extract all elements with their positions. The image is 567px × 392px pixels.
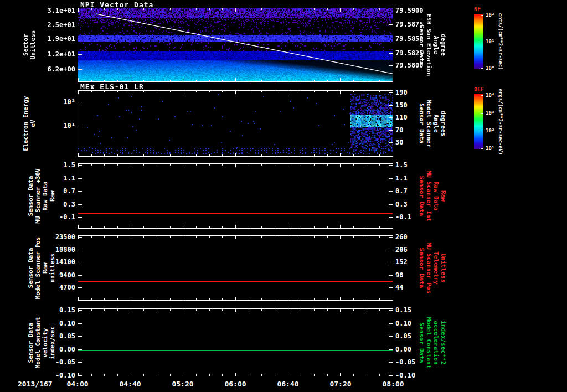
x-tick-mark xyxy=(131,236,131,239)
x-tick-mark xyxy=(222,8,223,10)
x-tick-mark xyxy=(183,309,183,312)
x-tick-mark xyxy=(104,309,105,311)
y-tick-mark xyxy=(389,287,393,288)
x-tick-mark xyxy=(143,154,144,156)
x-tick-mark xyxy=(104,91,105,92)
y-tick-label: -0.05 xyxy=(395,358,415,366)
x-tick-mark xyxy=(353,8,354,10)
x-tick-mark xyxy=(301,8,301,10)
y-tick-mark xyxy=(78,310,82,311)
x-tick-mark xyxy=(143,91,144,92)
x-tick-mark xyxy=(327,164,328,166)
y-tick-mark xyxy=(389,130,393,131)
x-tick-mark xyxy=(340,164,341,167)
x-tick-mark xyxy=(261,8,262,10)
colorbar-tick-mark xyxy=(481,15,483,16)
y-tick-mark xyxy=(78,237,82,238)
x-tick-mark xyxy=(314,236,315,238)
x-tick-mark xyxy=(117,91,118,92)
x-tick-mark xyxy=(393,8,393,12)
y-tick-label: 1.1 xyxy=(395,174,408,182)
x-tick-mark xyxy=(288,153,288,156)
y-tick-mark xyxy=(78,69,82,70)
colorbar-tick-label: 10² xyxy=(486,12,494,18)
time-axis: 2013/167 04:0004:4005:2006:0006:4007:200… xyxy=(0,380,567,391)
x-tick-mark xyxy=(183,78,183,81)
x-tick-mark xyxy=(261,164,262,166)
x-tick-mark xyxy=(222,226,223,228)
x-tick-mark xyxy=(209,91,210,92)
y-tick-mark xyxy=(389,53,393,54)
x-tick-mark xyxy=(170,91,171,92)
x-tick-mark xyxy=(143,298,144,300)
x-tick-mark xyxy=(196,164,197,166)
x-tick-mark xyxy=(157,374,157,376)
panel-title-els: MEx ELS-01 LR xyxy=(80,82,144,91)
y-tick-label: 4700 xyxy=(59,283,75,291)
x-tick-mark xyxy=(91,164,92,166)
left-axis-label-text: Sector Unitless xyxy=(22,30,37,60)
x-tick-mark xyxy=(222,309,223,311)
x-tick-mark xyxy=(117,154,118,156)
x-tick-mark xyxy=(104,226,105,228)
x-tick-mark xyxy=(117,309,118,311)
x-tick-mark xyxy=(91,91,92,92)
y-tick-label: 152 xyxy=(395,258,408,266)
x-tick-mark xyxy=(222,374,223,376)
x-tick-mark xyxy=(170,236,171,238)
y-tick-mark xyxy=(78,39,82,39)
y-tick-label: 44 xyxy=(395,283,403,291)
x-tick-mark xyxy=(353,226,354,228)
y-tick-label: 2.5e+01 xyxy=(47,21,75,29)
y-tick-mark xyxy=(389,65,393,66)
x-tick-mark xyxy=(209,236,210,238)
x-tick-mark xyxy=(117,80,118,81)
y-tick-label: 0.10 xyxy=(59,319,75,327)
x-tick-mark xyxy=(235,225,236,228)
colorbar-title-nf: NF xyxy=(474,6,481,12)
y-tick-label: 10¹ xyxy=(63,122,75,130)
x-tick-mark xyxy=(249,309,249,311)
x-tick-mark xyxy=(222,80,223,81)
x-tick-mark xyxy=(143,374,144,376)
y-tick-label: 1.5 xyxy=(395,161,408,169)
x-tick-mark xyxy=(249,91,249,92)
y-tick-mark xyxy=(78,275,82,276)
x-tick-mark xyxy=(353,154,354,156)
y-tick-mark xyxy=(78,375,82,376)
y-tick-mark xyxy=(78,191,82,192)
y-tick-mark xyxy=(78,165,82,166)
x-tick-mark xyxy=(327,80,328,81)
x-tick-mark xyxy=(91,298,92,300)
y-tick-label: 0.05 xyxy=(59,332,75,340)
y-tick-label: 10² xyxy=(63,98,75,106)
x-tick-mark xyxy=(78,153,79,156)
x-tick-mark xyxy=(235,8,236,12)
x-tick-mark xyxy=(379,80,380,81)
x-tick-mark xyxy=(379,91,380,92)
x-tick-mark xyxy=(131,297,131,300)
x-tick-mark xyxy=(78,225,79,228)
x-tick-mark xyxy=(209,8,210,10)
x-tick-mark xyxy=(249,154,249,156)
x-tick-mark xyxy=(249,236,249,238)
left-axis-label-text: Sensor Data Model Constant velocity inde… xyxy=(27,317,56,368)
x-tick-mark xyxy=(196,91,197,92)
y-tick-mark xyxy=(78,250,82,250)
x-tick-mark xyxy=(209,164,210,166)
panel-mu-scanner-30v: 1.51.10.70.3-0.11.51.10.70.3-0.1Sensor D… xyxy=(78,163,393,229)
right-axis-label-text: degree Angle ESH Sun Elevation Sensor Da… xyxy=(418,14,447,76)
x-tick-mark xyxy=(314,80,315,81)
x-tick-mark xyxy=(222,236,223,238)
x-tick-mark xyxy=(379,374,380,376)
y-tick-label: 0.10 xyxy=(395,319,411,327)
colorbar-tick-label: 10¹ xyxy=(486,39,494,44)
colorbar-tick-label: 10⁴ xyxy=(486,92,494,98)
x-tick-mark xyxy=(301,298,301,300)
panel-npi-spectrogram: 3.1e+012.5e+011.9e+011.2e+016.2e+0079.59… xyxy=(78,8,393,82)
x-tick-mark xyxy=(301,309,301,311)
x-tick-mark xyxy=(275,236,275,238)
x-tick-mark xyxy=(78,297,79,300)
x-axis-tick-label: 05:20 xyxy=(163,380,202,388)
colorbar-tick-label: 10¹ xyxy=(486,146,494,151)
